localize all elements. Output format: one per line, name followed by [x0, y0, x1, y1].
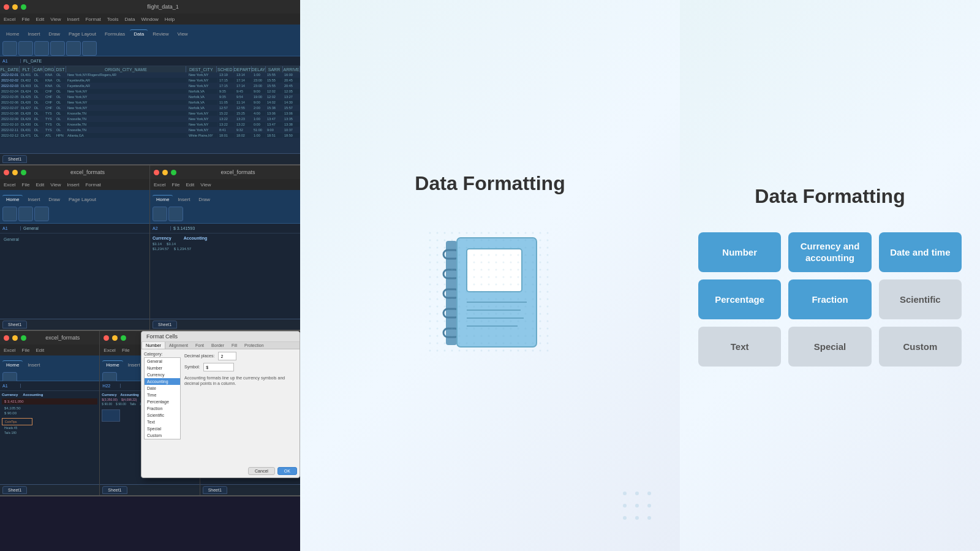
cat-special[interactable]: Special [145, 425, 180, 432]
dialog-tab-alignment[interactable]: Alignment [165, 342, 192, 349]
min-btn-2r[interactable] [162, 170, 168, 175]
menu-excel-2r[interactable]: Excel [154, 182, 166, 188]
menu-data[interactable]: Data [125, 17, 135, 22]
sheet-2r[interactable]: Sheet1 [153, 321, 177, 329]
close-btn-2l[interactable] [4, 170, 9, 175]
menu-view-2r[interactable]: View [200, 182, 211, 188]
tab-insert-2l[interactable]: Insert [24, 196, 43, 203]
ribbon-tool-3[interactable] [34, 41, 49, 56]
cat-custom[interactable]: Custom [145, 432, 180, 439]
menu-edit-2l[interactable]: Edit [36, 182, 44, 188]
cat-date[interactable]: Date [145, 385, 180, 392]
cat-percentage[interactable]: Percentage [145, 398, 180, 405]
rt-1-2l[interactable] [2, 207, 17, 221]
close-button[interactable] [4, 4, 9, 10]
tab-draw[interactable]: Draw [45, 30, 64, 38]
tab-formulas[interactable]: Formulas [101, 30, 129, 38]
tab-pl-2l[interactable]: Page Layout [65, 196, 100, 203]
dialog-tab-border[interactable]: Border [208, 342, 228, 349]
tab-insert-3l[interactable]: Insert [24, 361, 43, 369]
rt-2-2l[interactable] [18, 207, 33, 221]
sheet-tab-1[interactable]: Sheet1 [2, 155, 27, 163]
tab-data[interactable]: Data [130, 29, 148, 38]
btn-number[interactable]: Number [698, 232, 781, 272]
min-btn-3l[interactable] [12, 335, 18, 341]
max-btn-3l[interactable] [21, 335, 26, 341]
btn-scientific[interactable]: Scientific [879, 279, 962, 319]
menu-format[interactable]: Format [85, 17, 100, 22]
rt-3-2l[interactable] [34, 207, 49, 221]
btn-percentage[interactable]: Percentage [698, 279, 781, 319]
max-btn-2r[interactable] [171, 170, 176, 175]
ribbon-tool-2[interactable] [18, 41, 33, 56]
tab-home[interactable]: Home [2, 30, 23, 38]
tab-home-3m[interactable]: Home [102, 360, 123, 369]
btn-currency-accounting[interactable]: Currency andaccounting [788, 232, 871, 272]
menu-view[interactable]: View [50, 17, 61, 22]
cat-time[interactable]: Time [145, 392, 180, 398]
cancel-button[interactable]: Cancel [248, 467, 275, 475]
menu-format-2l[interactable]: Format [85, 182, 100, 188]
cat-fraction[interactable]: Fraction [145, 405, 180, 412]
menu-edit-3l[interactable]: Edit [36, 348, 44, 353]
btn-date-time[interactable]: Date and time [879, 232, 962, 272]
menu-edit-2r[interactable]: Edit [186, 182, 194, 188]
tab-home-2l[interactable]: Home [2, 195, 23, 203]
max-btn-2l[interactable] [21, 170, 26, 175]
ribbon-tool-6[interactable] [82, 41, 97, 56]
menu-3l[interactable]: Excel [4, 348, 16, 353]
ok-button[interactable]: OK [277, 467, 297, 475]
menu-file-3l[interactable]: File [22, 348, 30, 353]
close-btn-2r[interactable] [154, 170, 159, 175]
tab-view[interactable]: View [173, 30, 191, 38]
menu-edit[interactable]: Edit [36, 17, 44, 22]
rt-1-2r[interactable] [153, 207, 167, 221]
min-btn-2l[interactable] [12, 170, 18, 175]
menu-insert-2l[interactable]: Insert [67, 182, 79, 188]
sheet-2l[interactable]: Sheet1 [2, 321, 27, 329]
dialog-tab-font[interactable]: Font [192, 342, 208, 349]
btn-fraction[interactable]: Fraction [788, 279, 871, 319]
cat-number[interactable]: Number [145, 365, 180, 371]
tab-draw-2r[interactable]: Draw [195, 196, 214, 203]
maximize-button[interactable] [21, 4, 26, 10]
dialog-tab-fill[interactable]: Fill [228, 342, 241, 349]
sheet-3l[interactable]: Sheet1 [2, 486, 27, 494]
menu-insert[interactable]: Insert [67, 17, 79, 22]
close-btn-3l[interactable] [4, 335, 9, 341]
symbol-input[interactable] [203, 363, 234, 371]
tab-home-2r[interactable]: Home [153, 195, 173, 203]
menu-view-2l[interactable]: View [50, 182, 61, 188]
tab-pagelayout[interactable]: Page Layout [65, 30, 100, 38]
ribbon-tool-4[interactable] [50, 41, 65, 56]
cat-text[interactable]: Text [145, 419, 180, 425]
btn-custom[interactable]: Custom [879, 327, 962, 367]
menu-file-2l[interactable]: File [22, 182, 30, 188]
menu-window[interactable]: Window [141, 17, 158, 22]
tab-home-3l[interactable]: Home [2, 360, 23, 369]
tab-draw-2l[interactable]: Draw [45, 196, 64, 203]
rt-2-2r[interactable] [168, 207, 183, 221]
cat-accounting[interactable]: Accounting [145, 378, 180, 385]
dialog-tab-protection[interactable]: Protection [241, 342, 268, 349]
max-btn-3m[interactable] [121, 335, 126, 341]
menu-file-2r[interactable]: File [172, 182, 180, 188]
tab-insert[interactable]: Insert [24, 30, 43, 38]
sheet-3m[interactable]: Sheet1 [102, 486, 127, 494]
ribbon-tool-5[interactable] [66, 41, 81, 56]
cat-currency[interactable]: Currency [145, 371, 180, 378]
decimal-places-input[interactable] [218, 352, 236, 360]
btn-special[interactable]: Special [788, 327, 871, 367]
cat-general[interactable]: General [145, 358, 180, 365]
minimize-button[interactable] [12, 4, 18, 10]
menu-excel[interactable]: Excel [4, 17, 16, 22]
menu-3m[interactable]: Excel [104, 348, 116, 353]
min-btn-3m[interactable] [112, 335, 118, 341]
tab-insert-2r[interactable]: Insert [174, 196, 194, 203]
menu-tools[interactable]: Tools [107, 17, 119, 22]
sheet-3r[interactable]: Sheet1 [203, 486, 227, 494]
menu-excel-2l[interactable]: Excel [4, 182, 16, 188]
tab-review[interactable]: Review [149, 30, 172, 38]
dialog-tab-number[interactable]: Number [141, 342, 165, 349]
cat-scientific[interactable]: Scientific [145, 412, 180, 419]
